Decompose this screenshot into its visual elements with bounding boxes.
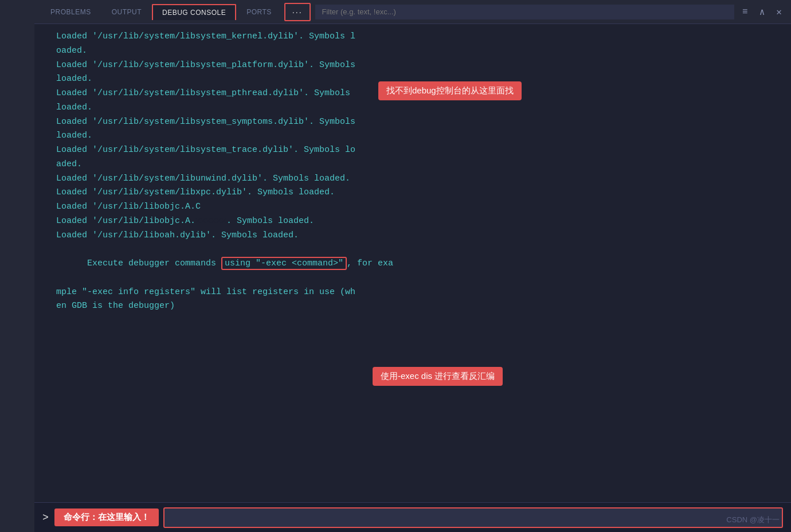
console-line: Loaded '/usr/lib/system/libsystem_sympto… <box>46 115 780 130</box>
console-line: Loaded '/usr/lib/libobjc.A.xxxxxx. Symbo… <box>46 214 780 229</box>
tooltip-exec-dis: 使用-exec dis 进行查看反汇编 <box>373 367 503 386</box>
tab-ports[interactable]: PORTS <box>236 3 282 21</box>
cmd-annotation: 命令行：在这里输入！ <box>54 508 159 526</box>
cmd-input[interactable] <box>163 507 783 528</box>
exec-code: using "-exec <command>" <box>221 257 347 270</box>
exec-suffix: , for exa <box>347 259 393 268</box>
exec-line: Execute debugger commands using "-exec <… <box>46 242 780 285</box>
tab-debug-console[interactable]: DEBUG CONSOLE <box>152 4 236 20</box>
console-line: Loaded '/usr/lib/libobjc.A.Cx <box>46 200 780 214</box>
list-icon[interactable]: ≡ <box>739 6 751 18</box>
filter-input[interactable] <box>315 5 735 19</box>
console-line: oaded. <box>46 44 780 58</box>
watermark: CSDN @凌十一 <box>726 515 780 525</box>
console-output: Loaded '/usr/lib/system/libsystem_kernel… <box>34 24 791 502</box>
tab-bar: PROBLEMS OUTPUT DEBUG CONSOLE PORTS ··· … <box>34 0 791 24</box>
console-line: loaded. <box>46 101 780 115</box>
close-icon[interactable]: ✕ <box>773 5 785 19</box>
tab-icons: ≡ ∧ ✕ <box>739 5 785 19</box>
tab-more[interactable]: ··· <box>284 3 311 21</box>
console-line: Loaded '/usr/lib/liboah.dylib'. Symbols … <box>46 229 780 243</box>
command-bar: > 命令行：在这里输入！ <box>34 502 791 532</box>
chevron-up-icon[interactable]: ∧ <box>756 5 769 19</box>
console-line: Loaded '/usr/lib/system/libxpc.dylib'. S… <box>46 186 780 200</box>
tab-output[interactable]: OUTPUT <box>101 3 152 21</box>
console-line: Loaded '/usr/lib/system/libunwind.dylib'… <box>46 172 780 186</box>
tab-problems[interactable]: PROBLEMS <box>40 3 101 21</box>
console-line: Loaded '/usr/lib/system/libsystem_platfo… <box>46 58 780 73</box>
console-line: Loaded '/usr/lib/system/libsystem_trace.… <box>46 143 780 158</box>
console-line: aded. <box>46 158 780 172</box>
console-line: mple "-exec info registers" will list re… <box>46 285 780 300</box>
cmd-prompt-symbol: > <box>42 512 49 523</box>
console-line: Loaded '/usr/lib/system/libsystem_kernel… <box>46 30 780 44</box>
left-sidebar <box>0 0 34 532</box>
console-line: en GDB is the debugger) <box>46 299 780 314</box>
console-line: loaded. <box>46 129 780 143</box>
exec-prefix: Execute debugger commands <box>77 259 221 268</box>
tooltip-debug-console: 找不到debug控制台的从这里面找 <box>378 81 522 100</box>
